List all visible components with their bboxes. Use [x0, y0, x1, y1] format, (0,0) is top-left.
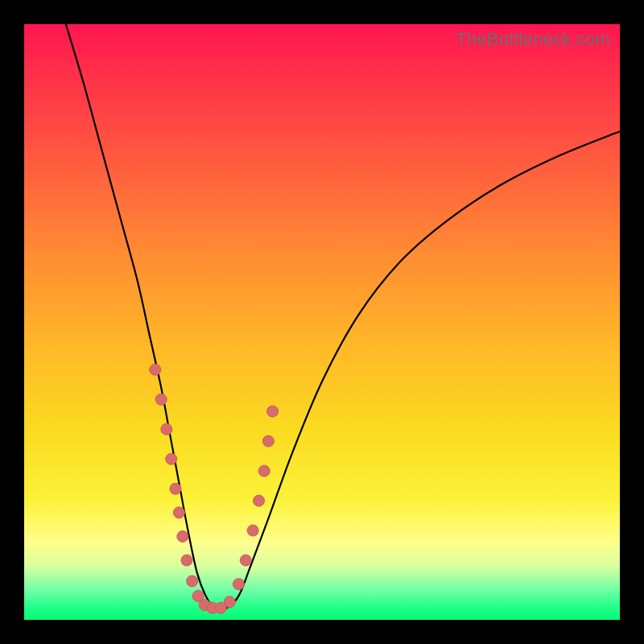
marker-dot — [173, 507, 184, 518]
marker-dot — [166, 453, 177, 464]
plot-area: TheBottleneck.com — [24, 24, 620, 620]
marker-dot — [177, 530, 188, 542]
highlight-markers — [150, 364, 279, 613]
curve-layer — [24, 24, 620, 620]
marker-dot — [170, 483, 181, 494]
marker-dot — [254, 495, 265, 506]
marker-dot — [150, 364, 161, 375]
marker-dot — [258, 465, 270, 477]
marker-dot — [181, 555, 192, 566]
marker-dot — [187, 576, 198, 587]
marker-dot — [161, 423, 172, 435]
marker-dot — [240, 555, 251, 566]
marker-dot — [262, 436, 274, 447]
marker-dot — [155, 394, 167, 405]
marker-dot — [247, 525, 258, 536]
marker-dot — [224, 597, 235, 608]
chart-frame: TheBottleneck.com — [0, 0, 644, 644]
bottleneck-curve — [66, 24, 620, 609]
marker-dot — [267, 406, 279, 417]
marker-dot — [233, 579, 244, 590]
